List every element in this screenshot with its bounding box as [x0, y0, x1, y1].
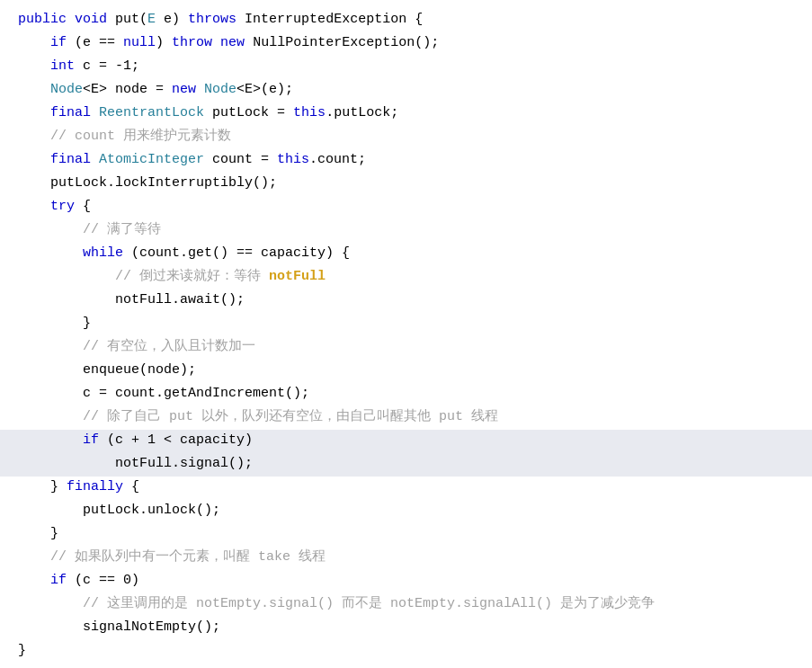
token-kw: final: [50, 149, 91, 171]
code-line: notFull.signal();: [0, 453, 812, 477]
indent: [18, 453, 115, 475]
code-line: // 除了自己 put 以外，队列还有空位，由自己叫醒其他 put 线程: [0, 406, 812, 430]
code-line: } finally {: [0, 477, 812, 500]
token-kw: new: [172, 79, 196, 101]
token-plain: }: [50, 523, 58, 545]
token-kw: if: [50, 32, 67, 54]
token-plain: }: [18, 640, 26, 662]
code-line: while (count.get() == capacity) {: [0, 243, 812, 266]
code-line: c = count.getAndIncrement();: [0, 383, 812, 406]
token-cn: ReentrantLock: [99, 102, 204, 124]
indent: [18, 593, 83, 615]
token-comment-cn: // 满了等待: [83, 219, 161, 241]
code-line: try {: [0, 196, 812, 219]
indent: [18, 289, 115, 311]
token-comment-cn: // 有空位，入队且计数加一: [83, 336, 255, 358]
code-line: // 倒过来读就好：等待 notFull: [0, 266, 812, 289]
code-line: }: [0, 640, 812, 664]
indent: [18, 547, 50, 568]
token-plain: (c + 1 < capacity): [99, 430, 253, 451]
indent: [18, 570, 50, 592]
token-kw: this: [293, 102, 326, 124]
token-plain: put(: [107, 9, 147, 31]
code-line: }: [0, 523, 812, 547]
indent: [18, 102, 50, 124]
token-cn: Node: [50, 79, 83, 101]
token-plain: .count;: [309, 149, 366, 171]
token-kw: if: [50, 570, 67, 592]
indent: [18, 56, 50, 77]
indent: [18, 79, 50, 101]
token-plain: c = -1;: [75, 56, 139, 77]
code-container: public void put(E e) throws InterruptedE…: [0, 0, 812, 668]
token-cn: Node: [204, 79, 236, 101]
code-line: enqueue(node);: [0, 360, 812, 383]
token-plain: (e ==: [67, 32, 123, 54]
indent: [18, 477, 50, 498]
indent: [18, 406, 83, 428]
token-kw: try: [50, 196, 75, 218]
code-line: // 如果队列中有一个元素，叫醒 take 线程: [0, 547, 812, 570]
code-line: }: [0, 313, 812, 336]
token-kw: public: [18, 9, 67, 31]
indent: [18, 500, 83, 521]
token-plain: [91, 149, 99, 171]
indent: [18, 266, 115, 288]
token-kw: new: [220, 32, 245, 54]
code-line: putLock.lockInterruptibly();: [0, 173, 812, 196]
token-comment-cn: // 这里调用的是 notEmpty.signal() 而不是 notEmpty…: [83, 593, 655, 615]
token-comment-cn: // 如果队列中有一个元素，叫醒 take 线程: [50, 547, 326, 568]
token-kw: this: [277, 149, 309, 171]
code-line: if (e == null) throw new NullPointerExce…: [0, 32, 812, 56]
token-kw: throws: [188, 9, 236, 31]
token-type: E: [147, 9, 156, 31]
token-comment-cn: // 除了自己 put 以外，队列还有空位，由自己叫醒其他 put 线程: [83, 406, 498, 428]
token-plain: [91, 102, 99, 124]
code-line: int c = -1;: [0, 56, 812, 79]
token-highlight-kw: notFull: [269, 266, 326, 288]
token-plain: ): [156, 32, 172, 54]
token-plain: [67, 9, 75, 31]
code-line: if (c + 1 < capacity): [0, 430, 812, 453]
indent: [18, 430, 83, 451]
token-kw: throw: [172, 32, 212, 54]
code-line: // 满了等待: [0, 219, 812, 243]
token-plain: count =: [204, 149, 277, 171]
token-comment-cn: // count 用来维护元素计数: [50, 126, 231, 147]
token-plain: (c == 0): [67, 570, 139, 592]
code-line: // count 用来维护元素计数: [0, 126, 812, 149]
token-plain: c = count.getAndIncrement();: [83, 383, 309, 405]
code-line: public void put(E e) throws InterruptedE…: [0, 9, 812, 32]
indent: [18, 149, 50, 171]
indent: [18, 196, 50, 218]
token-plain: [212, 32, 220, 54]
indent: [18, 383, 83, 405]
token-plain: }: [83, 313, 91, 334]
token-kw: final: [50, 102, 91, 124]
indent: [18, 173, 50, 194]
indent: [18, 32, 50, 54]
indent: [18, 336, 83, 358]
indent: [18, 243, 83, 264]
indent: [18, 617, 83, 638]
token-kw: finally: [67, 477, 123, 498]
code-line: putLock.unlock();: [0, 500, 812, 523]
indent: [18, 219, 83, 241]
token-plain: putLock =: [204, 102, 293, 124]
token-plain: NullPointerException();: [245, 32, 439, 54]
token-plain: putLock.lockInterruptibly();: [50, 173, 277, 194]
code-line: notFull.await();: [0, 289, 812, 313]
indent: [18, 360, 83, 381]
token-plain: notFull.await();: [115, 289, 245, 311]
token-plain: InterruptedException {: [236, 9, 423, 31]
token-plain: {: [75, 196, 91, 218]
token-plain: notFull.signal();: [115, 453, 253, 475]
token-plain: <E>(e);: [236, 79, 293, 101]
token-kw: int: [50, 56, 75, 77]
token-kw: if: [83, 430, 99, 451]
token-plain: (count.get() == capacity) {: [123, 243, 350, 264]
token-plain: {: [123, 477, 139, 498]
code-line: // 有空位，入队且计数加一: [0, 336, 812, 360]
code-line: Node<E> node = new Node<E>(e);: [0, 79, 812, 102]
indent: [18, 313, 83, 334]
